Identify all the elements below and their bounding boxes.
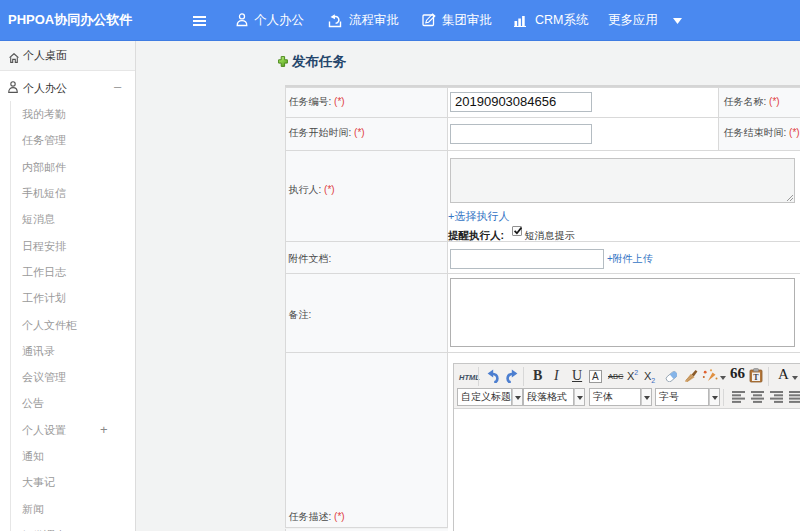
svg-text:T: T (753, 373, 759, 382)
